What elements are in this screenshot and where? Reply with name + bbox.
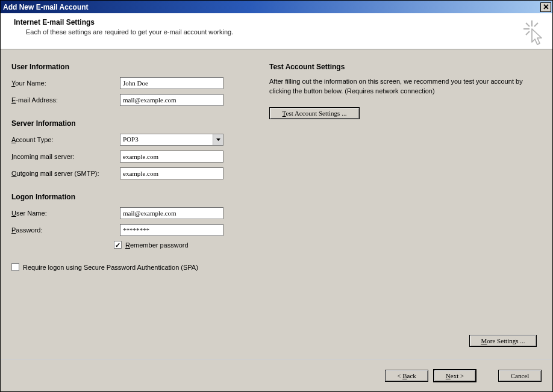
password-input[interactable] [120, 224, 223, 236]
header-subtitle: Each of these settings are required to g… [26, 28, 543, 36]
email-address-label: E-mail Address: [11, 96, 120, 104]
remember-password-label: Remember password [125, 241, 189, 249]
back-button[interactable]: < Back [385, 370, 428, 382]
cancel-button[interactable]: Cancel [498, 370, 542, 382]
your-name-input[interactable] [120, 77, 223, 89]
spa-label: Require logon using Secure Password Auth… [23, 264, 198, 271]
add-email-account-dialog: Add New E-mail Account ✕ Internet E-mail… [0, 0, 553, 392]
close-icon: ✕ [543, 2, 549, 11]
incoming-server-input[interactable] [120, 151, 223, 163]
window-title: Add New E-mail Account [3, 3, 89, 11]
password-label: Password: [11, 226, 120, 234]
server-info-heading: Server Information [11, 119, 252, 128]
outgoing-server-label: Outgoing mail server (SMTP): [11, 170, 120, 177]
your-name-label: Your Name: [11, 79, 120, 87]
spa-checkbox[interactable] [11, 263, 19, 271]
test-account-settings-button[interactable]: Test Account Settings ... [269, 107, 360, 119]
chevron-down-icon [213, 134, 223, 145]
content-area: User Information Your Name: E-mail Addre… [1, 49, 552, 359]
header-title: Internet E-mail Settings [14, 18, 543, 26]
email-address-input[interactable] [120, 94, 223, 106]
user-name-input[interactable] [120, 207, 223, 219]
outgoing-server-input[interactable] [120, 167, 223, 179]
next-button[interactable]: Next > [433, 369, 476, 382]
user-info-heading: User Information [11, 63, 252, 71]
incoming-server-label: Incoming mail server: [11, 153, 120, 160]
account-type-label: Account Type: [11, 136, 120, 143]
svg-line-5 [534, 23, 538, 26]
test-description: After filling out the information on thi… [269, 77, 534, 96]
account-type-select[interactable]: POP3 [120, 134, 223, 146]
svg-line-6 [526, 31, 530, 35]
titlebar: Add New E-mail Account ✕ [1, 1, 552, 13]
more-settings-button[interactable]: More Settings ... [469, 335, 537, 347]
right-column: Test Account Settings After filling out … [269, 63, 534, 353]
test-heading: Test Account Settings [269, 63, 534, 71]
user-name-label: User Name: [11, 210, 120, 217]
close-button[interactable]: ✕ [540, 2, 551, 12]
wizard-cursor-icon [521, 20, 545, 48]
header: Internet E-mail Settings Each of these s… [1, 13, 552, 49]
remember-password-checkbox[interactable] [114, 241, 122, 249]
svg-line-4 [526, 23, 530, 26]
left-column: User Information Your Name: E-mail Addre… [11, 63, 252, 353]
logon-info-heading: Logon Information [11, 193, 252, 201]
footer: < Back Next > Cancel [1, 359, 552, 391]
